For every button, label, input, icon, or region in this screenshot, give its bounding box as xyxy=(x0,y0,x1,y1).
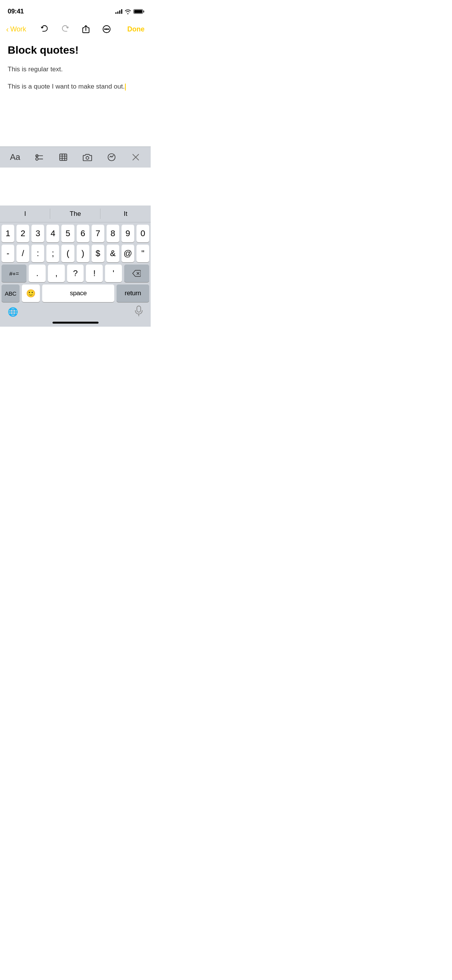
share-button[interactable] xyxy=(79,23,92,36)
key-semicolon[interactable]: ; xyxy=(46,245,59,262)
key-dash[interactable]: - xyxy=(2,245,14,262)
camera-button[interactable] xyxy=(79,149,96,166)
predictive-word-2[interactable]: The xyxy=(50,206,100,222)
svg-point-2 xyxy=(104,29,105,30)
keyboard[interactable]: I The It 1 2 3 4 5 6 7 8 9 0 - / : ; ( )… xyxy=(0,206,151,327)
svg-rect-20 xyxy=(137,306,141,312)
microphone-icon[interactable] xyxy=(135,306,143,319)
key-6[interactable]: 6 xyxy=(77,225,89,242)
key-at[interactable]: @ xyxy=(122,245,134,262)
key-ampersand[interactable]: & xyxy=(107,245,119,262)
status-bar: 09:41 xyxy=(0,0,151,21)
bottom-key-row: ABC 🙂 space return xyxy=(0,282,151,303)
note-title[interactable]: Block quotes! xyxy=(8,44,143,57)
format-text-button[interactable]: Aa xyxy=(7,149,23,166)
key-2[interactable]: 2 xyxy=(16,225,29,242)
key-question[interactable]: ? xyxy=(67,265,84,282)
key-quote[interactable]: " xyxy=(136,245,149,262)
table-button[interactable] xyxy=(55,149,72,166)
svg-point-6 xyxy=(36,158,38,160)
nav-bar: ‹ Work xyxy=(0,21,151,41)
key-open-paren[interactable]: ( xyxy=(61,245,74,262)
status-icons xyxy=(115,9,143,14)
nav-center-actions xyxy=(38,23,113,36)
globe-icon[interactable]: 🌐 xyxy=(8,307,18,317)
predictive-row[interactable]: I The It xyxy=(0,206,151,222)
key-7[interactable]: 7 xyxy=(92,225,104,242)
text-cursor xyxy=(125,84,126,90)
signal-icon xyxy=(115,9,122,14)
undo-button[interactable] xyxy=(38,23,51,36)
key-close-paren[interactable]: ) xyxy=(77,245,89,262)
checklist-button[interactable] xyxy=(31,149,48,166)
predictive-word-3[interactable]: It xyxy=(100,206,151,222)
svg-point-14 xyxy=(86,156,89,159)
symbol-row-1: - / : ; ( ) $ & @ " xyxy=(0,242,151,262)
note-content: Block quotes! This is regular text. This… xyxy=(0,41,151,107)
status-time: 09:41 xyxy=(8,8,24,15)
nav-right: Done xyxy=(113,25,145,33)
predictive-word-1[interactable]: I xyxy=(0,206,50,222)
key-1[interactable]: 1 xyxy=(2,225,14,242)
home-indicator xyxy=(53,322,99,324)
done-button[interactable]: Done xyxy=(127,25,145,33)
key-colon[interactable]: : xyxy=(31,245,44,262)
key-9[interactable]: 9 xyxy=(122,225,134,242)
back-button[interactable]: Work xyxy=(10,25,26,33)
close-keyboard-button[interactable] xyxy=(127,149,144,166)
nav-left: ‹ Work xyxy=(6,25,38,34)
svg-point-4 xyxy=(108,29,108,30)
symbol-row-2: #+= . , ? ! ' xyxy=(0,262,151,282)
space-button[interactable]: space xyxy=(42,284,114,302)
backspace-button[interactable] xyxy=(124,265,149,282)
abc-switch-button[interactable]: ABC xyxy=(2,284,20,302)
key-4[interactable]: 4 xyxy=(46,225,59,242)
key-dollar[interactable]: $ xyxy=(92,245,104,262)
svg-rect-9 xyxy=(60,154,67,161)
key-0[interactable]: 0 xyxy=(136,225,149,242)
note-paragraph-1: This is regular text. xyxy=(8,64,143,74)
back-chevron-icon[interactable]: ‹ xyxy=(6,25,9,34)
return-button[interactable]: return xyxy=(117,284,149,302)
note-paragraph-2: This is a quote I want to make stand out… xyxy=(8,82,143,92)
battery-icon xyxy=(133,9,143,14)
svg-point-3 xyxy=(106,29,107,30)
redo-button[interactable] xyxy=(59,23,72,36)
key-hashtag-switch[interactable]: #+= xyxy=(2,265,26,282)
key-8[interactable]: 8 xyxy=(107,225,119,242)
key-5[interactable]: 5 xyxy=(61,225,74,242)
key-comma[interactable]: , xyxy=(48,265,65,282)
emoji-button[interactable]: 🙂 xyxy=(22,284,40,302)
key-apostrophe[interactable]: ' xyxy=(105,265,122,282)
key-3[interactable]: 3 xyxy=(31,225,44,242)
key-exclamation[interactable]: ! xyxy=(86,265,103,282)
key-period[interactable]: . xyxy=(29,265,46,282)
keyboard-toolbar: Aa xyxy=(0,146,151,168)
note-body[interactable]: This is regular text. This is a quote I … xyxy=(8,64,143,92)
wifi-icon xyxy=(125,9,131,14)
markup-button[interactable] xyxy=(103,149,120,166)
number-row: 1 2 3 4 5 6 7 8 9 0 xyxy=(0,222,151,242)
key-slash[interactable]: / xyxy=(16,245,29,262)
globe-mic-row: 🌐 xyxy=(0,303,151,319)
more-button[interactable] xyxy=(100,23,113,36)
